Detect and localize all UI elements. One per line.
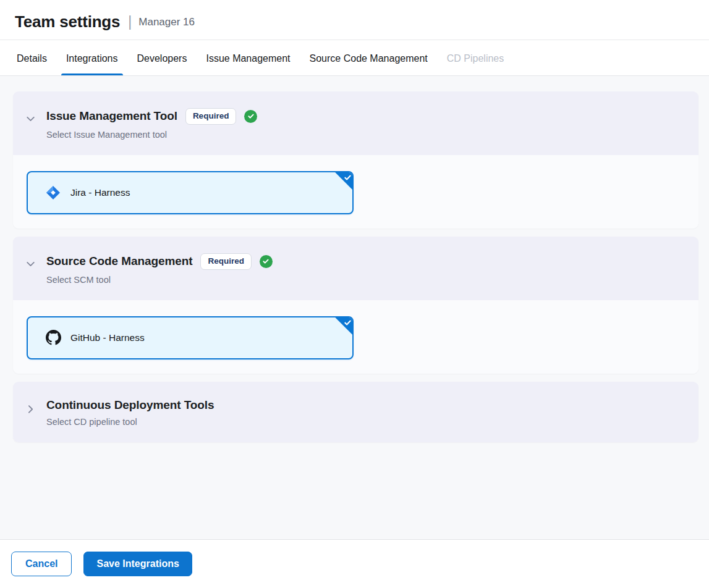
tool-card-label: GitHub - Harness xyxy=(70,332,145,343)
chevron-down-icon[interactable] xyxy=(25,114,36,124)
team-settings-page: Team settings | Manager 16 Details Integ… xyxy=(0,0,709,588)
jira-icon xyxy=(45,185,61,201)
tool-card-jira-harness[interactable]: Jira - Harness xyxy=(27,171,354,214)
section-subtitle: Select SCM tool xyxy=(46,275,684,285)
required-badge: Required xyxy=(185,108,237,125)
section-heading: Source Code Management Required Select S… xyxy=(46,253,684,285)
section-continuous-deployment-tools: Continuous Deployment Tools Select CD pi… xyxy=(13,382,698,442)
section-cd-header[interactable]: Continuous Deployment Tools Select CD pi… xyxy=(13,382,698,442)
tab-source-code-management[interactable]: Source Code Management xyxy=(310,40,428,75)
tab-issue-management[interactable]: Issue Management xyxy=(206,40,290,75)
tab-integrations[interactable]: Integrations xyxy=(66,40,118,75)
tab-cd-pipelines: CD Pipelines xyxy=(447,40,504,75)
footer-action-bar: Cancel Save Integrations xyxy=(0,539,709,588)
tool-card-label: Jira - Harness xyxy=(70,187,130,198)
section-issue-management-tool: Issue Management Tool Required Select Is… xyxy=(13,91,698,229)
chevron-down-icon[interactable] xyxy=(25,259,36,269)
tab-details[interactable]: Details xyxy=(17,40,47,75)
page-header: Team settings | Manager 16 xyxy=(0,0,709,40)
section-subtitle: Select CD pipeline tool xyxy=(46,417,684,427)
section-title: Continuous Deployment Tools xyxy=(46,398,214,412)
github-icon xyxy=(45,330,61,346)
title-separator: | xyxy=(128,14,132,30)
section-title: Issue Management Tool xyxy=(46,109,177,123)
selected-check-icon xyxy=(334,316,354,336)
chevron-right-icon[interactable] xyxy=(25,404,36,414)
section-heading: Continuous Deployment Tools Select CD pi… xyxy=(46,398,684,427)
tool-card-github-harness[interactable]: GitHub - Harness xyxy=(27,316,354,359)
page-title: Team settings xyxy=(15,12,120,32)
page-subtitle: Manager 16 xyxy=(138,16,195,28)
save-integrations-button[interactable]: Save Integrations xyxy=(83,552,192,576)
tab-bar: Details Integrations Developers Issue Ma… xyxy=(0,40,709,76)
cancel-button[interactable]: Cancel xyxy=(11,552,72,576)
complete-check-icon xyxy=(260,255,273,268)
section-heading: Issue Management Tool Required Select Is… xyxy=(46,108,684,140)
selected-check-icon xyxy=(334,171,354,191)
section-issue-management-body: Jira - Harness xyxy=(13,155,698,229)
tab-developers[interactable]: Developers xyxy=(137,40,187,75)
section-title: Source Code Management xyxy=(46,254,192,268)
section-scm-header[interactable]: Source Code Management Required Select S… xyxy=(13,237,698,300)
section-scm-body: GitHub - Harness xyxy=(13,300,698,374)
complete-check-icon xyxy=(244,110,257,123)
section-subtitle: Select Issue Management tool xyxy=(46,130,684,140)
integrations-content: Issue Management Tool Required Select Is… xyxy=(0,76,709,539)
required-badge: Required xyxy=(200,253,252,270)
section-issue-management-header[interactable]: Issue Management Tool Required Select Is… xyxy=(13,91,698,155)
section-source-code-management: Source Code Management Required Select S… xyxy=(13,237,698,374)
